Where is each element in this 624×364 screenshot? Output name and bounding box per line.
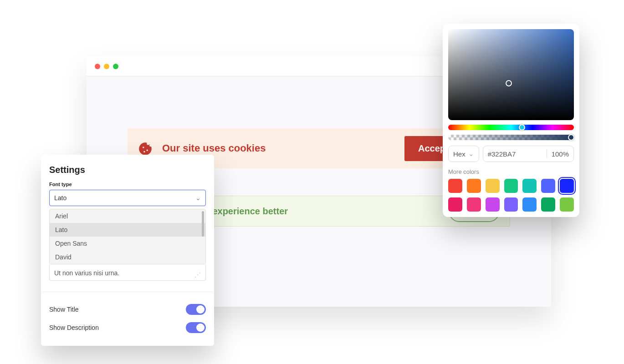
divider [41,292,214,292]
svg-point-0 [139,142,152,155]
settings-title: Settings [49,165,206,175]
svg-point-5 [143,151,145,152]
preview-textarea[interactable]: Ut non varius nisi urna. ⋰ [49,264,206,281]
color-swatch[interactable] [448,197,462,212]
color-swatch[interactable] [541,179,555,193]
color-format-value: Hex [453,150,465,158]
dropdown-scrollbar[interactable] [202,211,204,237]
window-close-icon[interactable] [95,64,100,69]
cookie-icon [138,141,153,156]
show-title-toggle[interactable] [186,304,206,315]
show-description-toggle[interactable] [186,322,206,333]
saturation-value-field[interactable] [448,29,574,120]
hue-slider[interactable] [448,125,574,130]
svg-point-4 [147,150,148,151]
preview-text: Ut non varius nisi urna. [54,269,119,277]
color-swatch[interactable] [467,197,481,212]
svg-point-1 [147,142,149,145]
color-swatch[interactable] [522,197,537,212]
more-colors-label: More colors [448,168,574,175]
font-type-select[interactable]: Lato ⌄ [49,190,206,206]
swatch-grid [448,179,574,212]
separator [547,149,547,158]
font-option[interactable]: David [50,250,205,264]
opacity-value: 100% [552,150,569,158]
color-swatch[interactable] [560,197,574,212]
color-swatch[interactable] [522,179,537,193]
font-option[interactable]: Ariel [50,209,205,223]
font-type-dropdown: Ariel Lato Open Sans David [49,209,206,264]
svg-point-3 [143,147,144,148]
resize-handle-icon[interactable]: ⋰ [194,273,201,277]
color-value-input[interactable]: #322BA7 100% [483,146,574,162]
color-swatch[interactable] [486,197,500,212]
svg-point-2 [149,144,152,147]
settings-panel: Settings Font type Lato ⌄ Ariel Lato Ope… [41,155,214,346]
show-title-label: Show Title [49,306,79,313]
color-swatch[interactable] [467,179,481,193]
color-swatch[interactable] [541,197,555,212]
color-picker-panel: Hex ⌄ #322BA7 100% More colors [443,24,579,217]
chevron-down-icon: ⌄ [468,150,474,158]
font-option[interactable]: Open Sans [50,237,205,250]
font-option[interactable]: Lato [50,223,205,237]
alpha-thumb[interactable] [568,134,574,141]
hex-value: #322BA7 [488,150,542,158]
font-type-label: Font type [49,182,206,187]
font-type-value: Lato [54,194,66,202]
window-minimize-icon[interactable] [104,64,109,69]
color-swatch[interactable] [560,179,574,193]
color-swatch[interactable] [504,179,518,193]
alpha-slider[interactable] [448,135,574,140]
saturation-value-cursor[interactable] [506,80,512,86]
chevron-down-icon: ⌄ [195,194,201,202]
cookie-banner-title: Our site uses cookies [162,142,266,154]
show-description-label: Show Description [49,324,99,331]
color-swatch[interactable] [448,179,462,193]
hue-thumb[interactable] [519,124,525,131]
window-maximize-icon[interactable] [113,64,118,69]
color-swatch[interactable] [504,197,518,212]
color-swatch[interactable] [486,179,500,193]
color-format-select[interactable]: Hex ⌄ [448,146,479,162]
